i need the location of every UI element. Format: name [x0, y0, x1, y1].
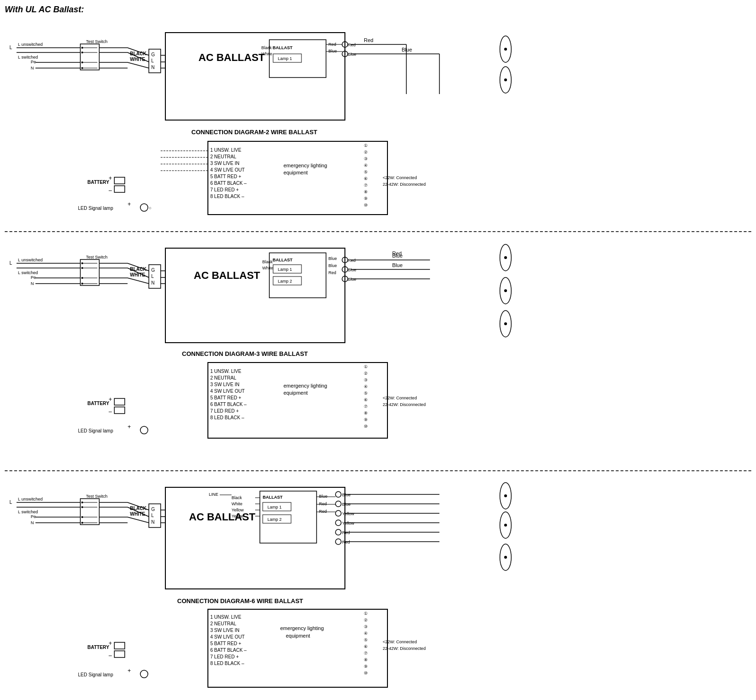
svg-point-134 [335, 520, 341, 526]
term10-2: ⑩ [364, 424, 368, 429]
svg-point-105 [81, 506, 83, 508]
term3-3: ③ [364, 624, 368, 629]
term5-1: ⑤ [364, 170, 368, 174]
circle-red-label-1: Red [348, 43, 356, 47]
n-label-1: N [31, 66, 34, 70]
white-label-2: White [262, 266, 273, 270]
emerg-label-s3-1: emergency lighting [280, 625, 324, 631]
svg-point-9 [81, 47, 83, 49]
battery-minus-1: – [109, 187, 112, 194]
right-blue-label-1: Blue [402, 47, 412, 52]
g-label-2: G [151, 268, 155, 273]
conn-note-1b: 22-42W: Disconnected [383, 182, 426, 187]
term2-2: ② [364, 371, 368, 376]
circle-yellow-label-3a: Yellow [342, 511, 354, 516]
battery-minus-2: – [109, 408, 112, 415]
led-plus-3: + [128, 667, 131, 674]
right-red-label-1: Red [364, 37, 373, 43]
svg-point-94 [140, 426, 148, 434]
svg-rect-150 [114, 642, 125, 649]
term10-1: ⑩ [364, 203, 368, 207]
circle-blue-label-2a: Blue [348, 268, 356, 272]
led-plus-1: + [128, 201, 131, 207]
section2: L L unswitched L switched Pe N Test Swit… [5, 234, 751, 471]
svg-point-131 [335, 492, 341, 497]
svg-point-152 [140, 670, 148, 678]
lamp2-label-3: Lamp 2 [267, 517, 282, 522]
ac-ballast-label-2: AC BALLAST [194, 269, 260, 281]
svg-point-11 [81, 61, 83, 63]
svg-line-69 [128, 278, 149, 284]
term8-1: ⑧ [364, 190, 368, 194]
emerg-label-s2-2: equipment [284, 390, 308, 396]
svg-point-135 [335, 529, 341, 535]
circle-blue-label-3a: Blue [342, 493, 351, 497]
l-switched-label: L switched [18, 55, 38, 60]
svg-point-136 [335, 539, 341, 544]
circle-red-label-3b: Red [342, 540, 350, 544]
circle-yellow-label-3b: Yellow [342, 521, 354, 526]
svg-point-86 [504, 256, 507, 259]
svg-point-60 [81, 277, 83, 279]
led-signal-label-3: LED Signal lamp [78, 672, 113, 677]
pe-label-3: Pe [31, 514, 36, 519]
wire6-3: 6 BATT BLACK – [210, 648, 247, 653]
test-switch-label-2: Test Switch [86, 255, 108, 259]
wire2-3: 2 NEUTRAL [210, 621, 236, 626]
term3-2: ③ [364, 378, 368, 382]
battery-label-3: BATTERY [87, 645, 109, 650]
pe-label-2: Pe [31, 275, 36, 280]
led-signal-label-2: LED Signal lamp [78, 428, 113, 433]
circle-blue-label-3b: Blue [342, 502, 351, 507]
battery-label-2: BATTERY [87, 401, 109, 406]
wire1-3: 1 UNSW. LIVE [210, 614, 241, 620]
svg-point-144 [504, 494, 507, 497]
term6-2: ⑥ [364, 398, 368, 402]
led-plus-2: + [128, 423, 131, 430]
conn-note-1a: <22W: Connected [383, 175, 417, 180]
term7-1: ⑦ [364, 183, 368, 188]
term7-3: ⑦ [364, 651, 368, 656]
battery-plus-3: + [109, 640, 112, 647]
conn-note-3b: 22-42W: Disconnected [383, 646, 426, 651]
black-label-3: Black [232, 495, 242, 500]
wire6-2: 6 BATT BLACK – [210, 402, 247, 407]
red-label-b-3: Red [328, 270, 336, 275]
conn-diag-title-2: CONNECTION DIAGRAM-3 WIRE BALLAST [182, 350, 308, 357]
term9-3: ⑨ [364, 664, 368, 669]
g-label-3: G [151, 507, 155, 512]
blue-label-b-2: Blue [328, 263, 337, 268]
term4-2: ④ [364, 384, 368, 389]
section3: L L unswitched L switched Pe N Test Swit… [5, 473, 751, 700]
test-switch-label-3: Test Switch [86, 494, 108, 499]
term4-1: ④ [364, 163, 368, 168]
term1-1: ① [364, 143, 368, 148]
svg-point-104 [81, 501, 83, 503]
svg-rect-151 [114, 651, 125, 657]
diagram-svg-3: L L unswitched L switched Pe N Test Swit… [5, 478, 751, 700]
emerg-label-1: emergency lighting [284, 163, 327, 168]
red-label-s3-2: Red [319, 509, 327, 514]
term6-1: ⑥ [364, 176, 368, 181]
diagram-svg-1: L L unswitched L switched Pe N Test Swit… [5, 23, 751, 226]
term6-3: ⑥ [364, 644, 368, 649]
wire2-2: 2 NEUTRAL [210, 375, 236, 380]
svg-point-38 [504, 78, 507, 81]
lamp1-label-1: Lamp 1 [278, 56, 292, 61]
emerg-label-s2-1: emergency lighting [284, 383, 327, 389]
circle-blue-label-1: Blue [348, 52, 356, 57]
right-blue-label-2b: Blue [392, 262, 403, 268]
svg-line-115 [128, 517, 149, 523]
term4-3: ④ [364, 631, 368, 636]
term8-3: ⑧ [364, 657, 368, 662]
n-gln-label-2: N [151, 280, 155, 285]
black-label-2: Black [262, 259, 273, 264]
n-label-2: N [31, 281, 34, 286]
term5-2: ⑤ [364, 391, 368, 396]
l-gln-label-1: L [151, 58, 154, 63]
l-unswitched-label: L unswitched [18, 42, 43, 47]
lamp2-label-2: Lamp 2 [278, 279, 292, 284]
emerg-label-2: equipment [284, 170, 308, 175]
svg-rect-92 [114, 398, 125, 405]
l-gln-label-3: L [151, 513, 154, 518]
